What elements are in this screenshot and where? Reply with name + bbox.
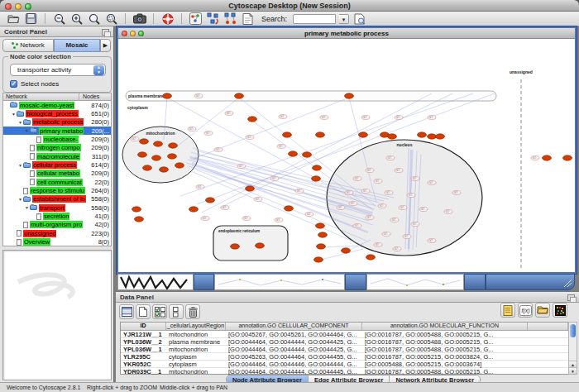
- graph-node-selected[interactable]: [388, 134, 397, 139]
- attribute-table[interactable]: ID _cellularLayoutRegion annotation.GO C…: [120, 322, 569, 375]
- apply-layout-alt-button[interactable]: [223, 12, 237, 26]
- table-cell[interactable]: YKR052C: [121, 361, 166, 368]
- select-attributes-button[interactable]: [152, 304, 167, 319]
- graph-node-selected[interactable]: [316, 132, 325, 137]
- more-tabs-button[interactable]: ▶: [100, 39, 111, 52]
- zoom-fit-button[interactable]: [87, 12, 101, 26]
- graph-node-selected[interactable]: [140, 139, 149, 144]
- graph-node-selected[interactable]: [316, 223, 325, 228]
- table-cell[interactable]: YJR121W__1: [121, 331, 166, 338]
- table-cell[interactable]: YDR039C__1: [121, 368, 166, 375]
- graph-node-selected[interactable]: [160, 167, 169, 172]
- tree-row-label[interactable]: mosaic-demo-yeast: [19, 102, 74, 109]
- graph-node-selected[interactable]: [303, 152, 312, 157]
- table-cell[interactable]: [GO:0016787, GO:0005488, GO:0005215, G..…: [362, 346, 528, 353]
- graph-node-selected[interactable]: [313, 165, 322, 170]
- table-cell[interactable]: mitochondrion: [166, 331, 226, 338]
- table-cell[interactable]: plasma membrane: [166, 338, 226, 346]
- unselect-attributes-button[interactable]: [169, 304, 184, 319]
- table-cell[interactable]: [GO:0005488, GO:0005215, GO:0003674]: [362, 361, 528, 368]
- birdseye-view[interactable]: [2, 250, 112, 380]
- tree-row[interactable]: nitrogen compo209(0): [3, 144, 111, 152]
- network-window[interactable]: primary metabolic process plasma membran…: [117, 26, 577, 274]
- graph-node-selected[interactable]: [231, 244, 240, 249]
- network-window-titlebar[interactable]: primary metabolic process: [118, 28, 575, 39]
- tree-row-label[interactable]: secretion: [43, 213, 69, 220]
- graph-node-selected[interactable]: [154, 141, 163, 146]
- network-tree[interactable]: mosaic-demo-yeast874(0)▼biological_proce…: [2, 101, 112, 246]
- tab-network[interactable]: Network: [2, 39, 54, 52]
- attribute-table-header[interactable]: ID _cellularLayoutRegion annotation.GO C…: [121, 323, 568, 331]
- tab-mosaic[interactable]: Mosaic: [54, 39, 100, 52]
- network-manager-button[interactable]: [189, 12, 203, 26]
- tree-column-headers[interactable]: Network Nodes: [2, 93, 112, 101]
- column-cellular-component[interactable]: annotation.GO CELLULAR_COMPONENT: [226, 323, 362, 330]
- column-region[interactable]: _cellularLayoutRegion: [166, 323, 226, 330]
- tree-row-label[interactable]: cellular process: [32, 161, 77, 169]
- delete-attribute-button[interactable]: [185, 304, 200, 319]
- tree-row-label[interactable]: response to stimulu: [30, 187, 85, 194]
- tree-row-label[interactable]: primary metabo: [39, 127, 84, 135]
- network-canvas[interactable]: plasma membrane cytoplasm mitochondrion …: [118, 39, 575, 272]
- background-window-fragment[interactable]: [366, 274, 464, 290]
- table-cell[interactable]: [GO:0016787, GO:0005488, GO:0005215, G..…: [362, 331, 528, 338]
- table-cell[interactable]: [GO:0045267, GO:0045261, GO:0044464, G..…: [226, 331, 362, 338]
- graph-node-selected[interactable]: [342, 248, 351, 253]
- tree-row[interactable]: macromolecule311(0): [3, 152, 111, 160]
- scroll-up-button[interactable]: ▲: [569, 361, 577, 367]
- graph-node-selected[interactable]: [248, 117, 257, 122]
- close-button[interactable]: [5, 3, 12, 10]
- table-scrollbar[interactable]: ▲ ▼: [568, 322, 577, 375]
- graph-node-selected[interactable]: [285, 206, 294, 211]
- zoom-window-button[interactable]: [25, 3, 31, 10]
- apply-layout-button[interactable]: [206, 12, 220, 26]
- tree-row[interactable]: cellular metabo209(0): [3, 170, 111, 178]
- tree-row[interactable]: nucleobase-209(0): [3, 135, 111, 143]
- help-lifering-button[interactable]: [160, 12, 175, 26]
- zoom-selected-button[interactable]: [104, 12, 118, 26]
- zoom-window-button[interactable]: [138, 31, 144, 36]
- tree-row[interactable]: response to stimulu264(0): [3, 186, 111, 194]
- tree-row-label[interactable]: cellular metabo: [36, 170, 80, 177]
- tree-row[interactable]: ▼primary metabo209(...: [3, 127, 111, 135]
- graph-node-selected[interactable]: [235, 93, 244, 98]
- scroll-down-button[interactable]: ▼: [569, 367, 577, 374]
- table-cell[interactable]: YPL036W__2: [121, 338, 166, 346]
- graph-node-selected[interactable]: [163, 93, 172, 98]
- graph-node-selected[interactable]: [317, 244, 326, 249]
- float-panel-icon[interactable]: [567, 294, 575, 301]
- table-cell[interactable]: YPL036W__1: [121, 346, 166, 353]
- graph-node-selected[interactable]: [169, 143, 178, 148]
- tree-row[interactable]: secretion41(0): [3, 212, 111, 220]
- tree-row-label[interactable]: multi-organism pro: [30, 221, 83, 228]
- graph-node-selected[interactable]: [138, 152, 147, 157]
- tree-row[interactable]: ▼metabolic process280(0): [3, 118, 111, 127]
- graph-node-selected[interactable]: [314, 257, 323, 262]
- tree-row[interactable]: ▼establishment of lo558(0): [3, 195, 111, 203]
- tree-row[interactable]: ▼transport558(0): [3, 203, 111, 212]
- table-cell[interactable]: [GO:0016787, GO:0005488, GO:0005215, G..…: [362, 338, 528, 346]
- tree-row-label[interactable]: establishment of lo: [32, 195, 86, 203]
- zoom-in-button[interactable]: [69, 12, 84, 26]
- select-nodes-checkbox[interactable]: ✓: [10, 80, 17, 88]
- tree-row[interactable]: mosaic-demo-yeast874(0): [3, 101, 111, 109]
- graph-node-selected[interactable]: [152, 155, 161, 160]
- snapshot-camera-button[interactable]: [132, 12, 146, 26]
- float-panel-icon[interactable]: [102, 29, 109, 36]
- minimize-button[interactable]: [15, 3, 22, 10]
- formula-builder-button[interactable]: f(x): [518, 303, 533, 318]
- matrix-view-button[interactable]: [553, 303, 567, 318]
- tree-row[interactable]: unassigned223(0): [3, 229, 111, 237]
- graph-node-selected[interactable]: [175, 163, 184, 168]
- table-cell[interactable]: mitochondrion: [166, 346, 226, 353]
- graph-node-selected[interactable]: [318, 232, 328, 237]
- graph-node-selected[interactable]: [563, 155, 572, 160]
- tree-row-label[interactable]: macromolecule: [36, 153, 80, 160]
- column-stub[interactable]: [528, 323, 568, 330]
- save-session-button[interactable]: [24, 12, 38, 26]
- graph-node-selected[interactable]: [428, 134, 437, 139]
- graph-node-selected[interactable]: [366, 255, 376, 260]
- graph-node-selected[interactable]: [289, 151, 298, 156]
- tree-row-label[interactable]: unassigned: [23, 230, 56, 237]
- scrollbar-thumb[interactable]: [570, 324, 576, 337]
